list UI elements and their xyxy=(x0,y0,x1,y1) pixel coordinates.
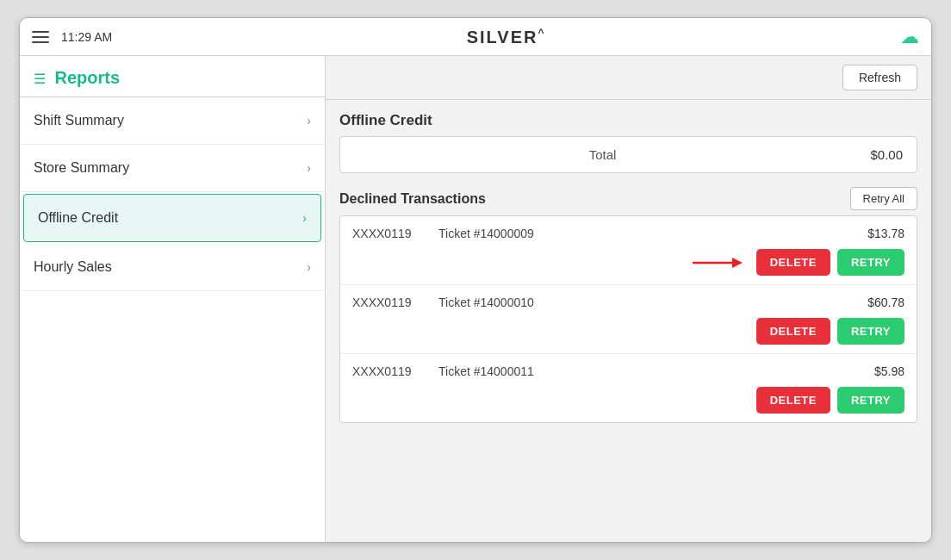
content-scroll: Offline Credit Total $0.00 Declined Tran… xyxy=(326,100,931,542)
chevron-right-icon: › xyxy=(307,114,311,128)
transaction-actions: DELETE RETRY xyxy=(352,318,904,345)
transaction-amount: $5.98 xyxy=(844,364,904,378)
retry-button[interactable]: RETRY xyxy=(837,387,904,414)
arrow-indicator xyxy=(693,254,744,271)
transaction-actions: DELETE RETRY xyxy=(352,249,904,276)
table-row: XXXX0119 Ticket #14000011 $5.98 DELETE R… xyxy=(340,354,917,422)
transaction-amount: $60.78 xyxy=(844,296,904,309)
sidebar-nav: Shift Summary › Store Summary › Offline … xyxy=(20,97,325,542)
sidebar-header: ☰ Reports xyxy=(20,56,325,97)
delete-button[interactable]: DELETE xyxy=(756,249,830,276)
main-layout: ☰ Reports Shift Summary › Store Summary … xyxy=(20,56,931,542)
sidebar-title: Reports xyxy=(54,68,120,87)
sidebar-item-label: Store Summary xyxy=(34,160,129,176)
card-number: XXXX0119 xyxy=(352,227,430,240)
retry-button[interactable]: RETRY xyxy=(837,318,904,345)
chevron-right-icon: › xyxy=(307,161,311,175)
svg-marker-1 xyxy=(732,258,743,268)
device-frame: 11:29 AM SILVER^ ☁ ☰ Reports Shift Summa… xyxy=(19,17,932,543)
declined-title: Declined Transactions xyxy=(339,191,486,207)
transaction-actions: DELETE RETRY xyxy=(352,387,904,414)
summary-table: Total $0.00 xyxy=(339,136,917,173)
transaction-info: XXXX0119 Ticket #14000011 $5.98 xyxy=(352,364,904,378)
transaction-info: XXXX0119 Ticket #14000010 $60.78 xyxy=(352,296,904,309)
delete-button[interactable]: DELETE xyxy=(756,387,830,414)
sidebar-item-shift-summary[interactable]: Shift Summary › xyxy=(20,97,325,145)
summary-total-label: Total xyxy=(354,147,851,162)
sidebar: ☰ Reports Shift Summary › Store Summary … xyxy=(20,56,326,542)
card-number: XXXX0119 xyxy=(352,296,430,309)
sidebar-item-label: Shift Summary xyxy=(34,113,124,128)
ticket-number: Ticket #14000009 xyxy=(430,227,844,240)
ticket-number: Ticket #14000010 xyxy=(430,296,844,309)
content-toolbar: Refresh xyxy=(326,56,931,100)
sidebar-item-offline-credit[interactable]: Offline Credit › xyxy=(23,194,321,242)
declined-header: Declined Transactions Retry All xyxy=(339,187,917,210)
ticket-number: Ticket #14000011 xyxy=(430,364,844,378)
top-bar: 11:29 AM SILVER^ ☁ xyxy=(20,18,931,56)
table-row: XXXX0119 Ticket #14000010 $60.78 DELETE … xyxy=(340,285,917,354)
transaction-amount: $13.78 xyxy=(844,227,904,240)
table-row: XXXX0119 Ticket #14000009 $13.78 xyxy=(340,216,917,285)
reports-icon: ☰ xyxy=(34,72,46,86)
retry-button[interactable]: RETRY xyxy=(837,249,904,276)
content-area: Refresh Offline Credit Total $0.00 Decli… xyxy=(326,56,931,542)
hamburger-menu[interactable] xyxy=(32,31,49,43)
summary-row: Total $0.00 xyxy=(340,137,917,172)
summary-total-value: $0.00 xyxy=(851,147,903,162)
cloud-status-icon: ☁ xyxy=(900,26,919,48)
transactions-table: XXXX0119 Ticket #14000009 $13.78 xyxy=(339,215,917,423)
chevron-right-icon: › xyxy=(307,260,311,274)
sidebar-item-label: Offline Credit xyxy=(38,210,118,226)
section-title: Offline Credit xyxy=(339,112,917,129)
refresh-button[interactable]: Refresh xyxy=(842,65,917,90)
sidebar-item-label: Hourly Sales xyxy=(34,259,112,275)
delete-button[interactable]: DELETE xyxy=(756,318,830,345)
sidebar-item-store-summary[interactable]: Store Summary › xyxy=(20,145,325,192)
chevron-right-icon: › xyxy=(302,211,307,225)
card-number: XXXX0119 xyxy=(352,364,430,378)
app-title: SILVER^ xyxy=(112,27,900,47)
transaction-info: XXXX0119 Ticket #14000009 $13.78 xyxy=(352,227,904,240)
clock-display: 11:29 AM xyxy=(61,30,112,44)
retry-all-button[interactable]: Retry All xyxy=(850,187,917,210)
sidebar-item-hourly-sales[interactable]: Hourly Sales › xyxy=(20,244,325,291)
